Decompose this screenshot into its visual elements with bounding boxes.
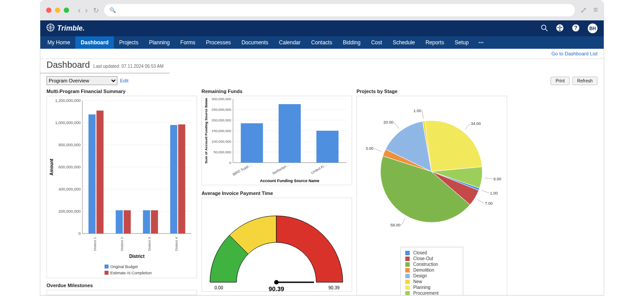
svg-text:250,000,000: 250,000,000 [212, 108, 232, 112]
svg-point-4 [559, 25, 561, 27]
forward-icon[interactable]: › [85, 6, 88, 14]
svg-rect-57 [241, 123, 263, 163]
svg-rect-27 [124, 210, 131, 234]
legend-item: Close-Out [405, 256, 458, 261]
brand-logo: Trimble. [47, 23, 85, 33]
svg-text:Netherlan…: Netherlan… [272, 163, 290, 175]
last-updated: Last updated: 07.11.2024 06:53 AM [93, 64, 163, 70]
menu-processes[interactable]: Processes [201, 36, 236, 49]
svg-text:Original Budget: Original Budget [110, 265, 138, 269]
svg-rect-30 [151, 210, 158, 234]
chart-financial: 0200,000,000400,000,000600,000,000800,00… [47, 96, 196, 278]
refresh-button[interactable]: Refresh [572, 77, 597, 85]
svg-rect-39 [105, 271, 109, 275]
print-button[interactable]: Print [551, 77, 570, 85]
svg-text:58.00: 58.00 [391, 223, 401, 227]
reload-icon[interactable]: ↻ [93, 6, 99, 15]
svg-point-1 [542, 25, 546, 29]
svg-rect-24 [97, 111, 104, 234]
main-menu: My Home Dashboard Projects Planning Form… [40, 36, 604, 49]
legend-item: New [405, 279, 458, 284]
legend-item: Construction [405, 261, 458, 267]
svg-text:1.00: 1.00 [490, 191, 498, 195]
accessibility-icon[interactable] [556, 24, 564, 33]
svg-rect-59 [279, 104, 301, 163]
svg-text:1.00: 1.00 [414, 109, 422, 113]
window-zoom-icon[interactable] [64, 8, 69, 13]
menu-projects[interactable]: Projects [114, 36, 144, 49]
chart-remaining: 050,000,000100,000,000150,000,000200,000… [202, 96, 351, 185]
menu-calendar[interactable]: Calendar [274, 36, 306, 49]
svg-text:Sum of Account Funding Source : Sum of Account Funding Source Balan [204, 98, 208, 164]
svg-text:0: 0 [229, 161, 232, 165]
window-minimize-icon[interactable] [55, 8, 60, 13]
svg-text:1,200,000,000: 1,200,000,000 [55, 98, 81, 103]
svg-rect-61 [316, 131, 338, 163]
help-icon[interactable]: ? [572, 24, 580, 33]
svg-text:District 3: District 3 [147, 237, 151, 251]
svg-text:90.39: 90.39 [328, 285, 339, 290]
menu-my-home[interactable]: My Home [42, 36, 75, 49]
svg-line-70 [422, 111, 423, 119]
svg-text:20.00: 20.00 [384, 120, 394, 125]
legend-item: Planning [405, 284, 458, 290]
svg-text:District 1: District 1 [93, 237, 97, 251]
svg-text:District: District [129, 254, 145, 259]
svg-line-80 [401, 218, 405, 226]
svg-text:Account Funding Source Name: Account Funding Source Name [260, 179, 319, 183]
menu-schedule[interactable]: Schedule [388, 36, 420, 49]
svg-text:?: ? [574, 25, 577, 31]
panel-title-overdue: Overdue Milestones [47, 283, 197, 288]
menu-contacts[interactable]: Contacts [306, 36, 338, 49]
svg-text:200,000,000: 200,000,000 [58, 209, 81, 214]
panel-invoice: 0.0090.3990.39 [202, 198, 352, 292]
legend-item: Closed [405, 250, 458, 256]
svg-rect-26 [116, 210, 123, 234]
svg-rect-29 [143, 210, 150, 234]
back-icon[interactable]: ‹ [78, 6, 81, 14]
view-select[interactable]: Program Overview [47, 76, 117, 85]
page-title: Dashboard [47, 60, 90, 70]
legend-item: Demolition [405, 267, 458, 273]
svg-text:0.00: 0.00 [214, 285, 223, 290]
panel-title-stage: Projects by Stage [357, 89, 507, 94]
menu-planning[interactable]: Planning [144, 36, 175, 49]
svg-text:IBRD Supp…: IBRD Supp… [232, 163, 252, 177]
menu-reports[interactable]: Reports [420, 36, 450, 49]
edit-link[interactable]: Edit [120, 78, 128, 83]
menu-more-icon[interactable]: ⋯ [474, 36, 489, 49]
window-close-icon[interactable] [46, 8, 51, 13]
expand-icon[interactable]: ⤢ [580, 5, 587, 15]
svg-text:150,000,000: 150,000,000 [212, 129, 232, 133]
panel-title-invoice: Average Invoice Payment Time [202, 191, 352, 196]
panel-stage: 1.0034.009.001.007.0058.003.0020.00 Clos… [357, 96, 507, 296]
search-icon[interactable] [541, 24, 548, 33]
panel-title-financial: Multi-Program Financial Summary [47, 89, 197, 94]
avatar[interactable]: BH [588, 23, 597, 33]
pie-legend: ClosedClose-OutConstructionDemolitionDes… [400, 247, 463, 296]
svg-text:34.00: 34.00 [471, 121, 481, 126]
svg-rect-32 [170, 125, 177, 234]
go-dashboard-list-link[interactable]: Go to Dashboard List [551, 51, 597, 56]
menu-forms[interactable]: Forms [175, 36, 201, 49]
menu-bidding[interactable]: Bidding [338, 36, 366, 49]
svg-line-76 [481, 190, 489, 193]
legend-item: Design [405, 273, 458, 279]
svg-text:200,000,000: 200,000,000 [212, 118, 232, 122]
svg-text:300,000,000: 300,000,000 [212, 97, 232, 101]
search-icon: 🔍 [109, 7, 116, 13]
svg-text:3.00: 3.00 [365, 146, 373, 151]
menu-setup[interactable]: Setup [450, 36, 474, 49]
menu-cost[interactable]: Cost [366, 36, 388, 49]
svg-text:400,000,000: 400,000,000 [58, 187, 81, 191]
svg-line-82 [374, 148, 382, 152]
svg-text:United Ki…: United Ki… [310, 163, 328, 175]
brand-name: Trimble. [57, 24, 85, 32]
menu-dashboard[interactable]: Dashboard [75, 36, 114, 49]
svg-rect-33 [178, 125, 185, 234]
menu-icon[interactable]: ≡ [593, 5, 598, 15]
menu-documents[interactable]: Documents [236, 36, 274, 49]
svg-text:District 4: District 4 [175, 237, 178, 251]
svg-text:50,000,000: 50,000,000 [213, 150, 232, 154]
url-bar[interactable]: 🔍 [104, 4, 575, 16]
